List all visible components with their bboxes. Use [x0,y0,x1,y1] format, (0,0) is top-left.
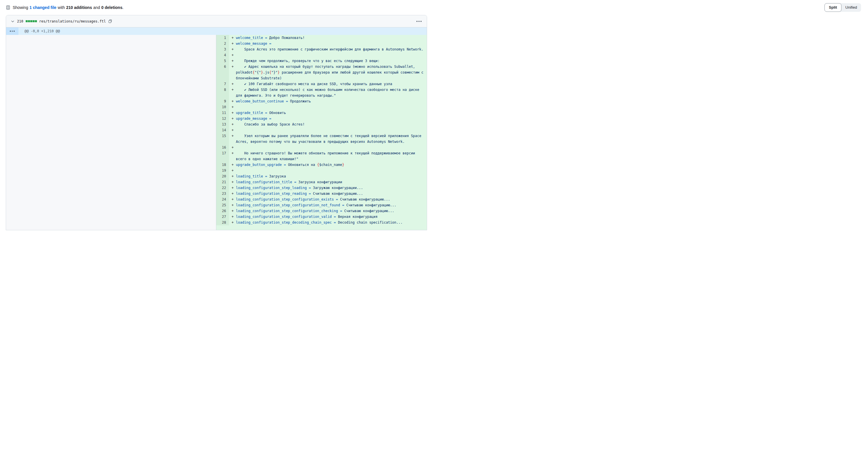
additions-count: 210 additions [66,5,92,10]
code-segment: Узел которым вы ранее управляли более не… [236,134,423,144]
line-number[interactable]: 21 [216,179,229,185]
line-code: +loading_configuration_title = Загрузка … [229,179,427,185]
code-segment: Прежде чем продолжить, проверьте что у в… [236,59,380,63]
line-number[interactable]: 24 [216,197,229,202]
diff-row: 8+ ✔ Любой SSD (или несколько) с как мож… [216,87,427,98]
line-number[interactable]: 7 [216,81,229,87]
line-code: +loading_configuration_step_reading = Сч… [229,191,427,197]
code-segment: Обновить [269,111,286,115]
code-segment: } [261,70,263,74]
line-number[interactable]: 9 [216,98,229,104]
line-code: +upgrade_title = Обновить [229,110,427,116]
kebab-icon[interactable] [416,19,422,24]
code-segment: upgrade_button_upgrade = [236,163,288,167]
expand-hunk-button[interactable] [6,27,19,35]
diff-row: 5+ Прежде чем продолжить, проверьте что … [216,58,427,64]
line-number[interactable]: 19 [216,168,229,173]
diff-row: 1+welcome_title = Добро Пожаловать! [216,35,427,41]
diff-row: 19+ [216,168,427,173]
code-segment: { [269,70,271,74]
line-code: + ✔ 100 Гигабайт свободного места на дис… [229,81,427,87]
diff-row: 4+ [216,52,427,58]
line-number[interactable]: 25 [216,202,229,208]
code-segment: loading_configuration_title = [236,180,299,184]
addition-marker: + [231,52,234,58]
diff-row: 20+loading_title = Загрузка [216,173,427,179]
line-number[interactable]: 13 [216,121,229,127]
line-number[interactable]: 6 [216,64,229,81]
line-number[interactable]: 12 [216,116,229,121]
line-code: +loading_configuration_step_configuratio… [229,197,427,202]
line-number[interactable]: 28 [216,219,229,224]
diff-summary-bar: Showing 1 changed file with 210 addition… [0,0,434,15]
addition-marker: + [231,185,234,191]
line-number[interactable]: 20 [216,173,229,179]
chevron-down-icon[interactable] [11,19,15,23]
line-number[interactable]: 5 [216,58,229,64]
line-number[interactable]: 1 [216,35,229,41]
file-path[interactable]: res/translations/ru/messages.ftl [39,19,106,23]
line-number[interactable]: 23 [216,191,229,197]
diff-row: 13+ Спасибо за выбор Space Acres! [216,121,427,127]
diff-row: 26+loading_configuration_step_configurat… [216,208,427,214]
line-number[interactable]: 22 [216,185,229,191]
line-code: +loading_title = Загрузка [229,173,427,179]
with-label: with [58,5,65,10]
line-code: +loading_configuration_step_loading = За… [229,185,427,191]
line-number[interactable]: 27 [216,214,229,219]
diff-row: 25+loading_configuration_step_configurat… [216,202,427,208]
copy-icon[interactable] [108,19,112,23]
addition-marker: + [231,98,234,104]
line-number[interactable]: 26 [216,208,229,214]
line-code: + ✔ Любой SSD (или несколько) с как можн… [229,87,427,98]
line-number[interactable]: 8 [216,87,229,98]
code-segment: } [342,163,344,167]
line-number[interactable]: 2 [216,41,229,47]
diff-row: 11+upgrade_title = Обновить [216,110,427,116]
changed-files-link[interactable]: 1 changed file [29,5,56,10]
addition-marker: + [231,127,234,133]
line-code: + [229,52,427,58]
line-number[interactable]: 16 [216,145,229,150]
diff-row: 16+ [216,145,427,150]
code-segment: Верная конфигурация [338,215,377,219]
period: . [122,5,123,10]
code-segment: loading_title = [236,174,269,178]
addition-marker: + [231,133,234,139]
diff-row: 17+ Но ничего страшного! Вы можете обнов… [216,150,427,162]
diff-row: 7+ ✔ 100 Гигабайт свободного места на ди… [216,81,427,87]
code-segment: Считываю конфигурацию... [313,191,363,196]
addition-marker: + [231,116,234,121]
addition-marker: + [231,58,234,64]
line-code: + ✔ Адрес кошелька на который будут пост… [229,64,427,81]
addition-marker: + [231,168,234,173]
addition-marker: + [231,64,234,69]
line-number[interactable]: 3 [216,47,229,52]
code-segment: { [317,163,319,167]
code-segment: loading_configuration_step_configuration… [236,203,346,207]
code-segment: Считываю конфигурацию... [340,198,390,202]
code-segment: loading_configuration_step_configuration… [236,209,344,213]
code-segment: upgrade_title = [236,111,269,115]
code-segment: Спасибо за выбор Space Acres! [236,122,305,126]
line-number[interactable]: 4 [216,52,229,58]
line-number[interactable]: 15 [216,133,229,145]
addition-marker: + [231,202,234,208]
diff-row: 3+ Space Acres это приложение с графичес… [216,47,427,52]
diff-summary-text: Showing 1 changed file with 210 addition… [13,5,123,10]
line-code: +loading_configuration_step_decoding_cha… [229,219,427,224]
addition-marker: + [231,87,234,93]
line-number[interactable]: 17 [216,150,229,162]
line-number[interactable]: 11 [216,110,229,116]
code-segment: Загрузка конфигурации [299,180,342,184]
additions-count-badge: 210 [17,19,23,23]
addition-marker: + [231,214,234,219]
code-segment: { [253,70,255,74]
diff-row: 18+upgrade_button_upgrade = Обновиться н… [216,162,427,168]
addition-marker: + [231,121,234,127]
line-code: + [229,104,427,110]
line-number[interactable]: 10 [216,104,229,110]
line-number[interactable]: 14 [216,127,229,133]
line-number[interactable]: 18 [216,162,229,168]
addition-marker: + [231,197,234,202]
